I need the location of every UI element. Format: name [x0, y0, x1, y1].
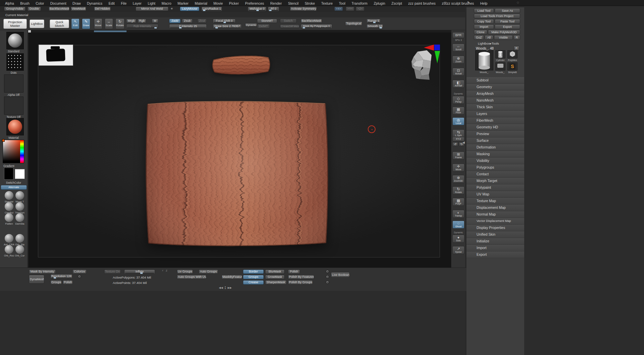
tool-section-displacement-map[interactable]: Displacement Map	[466, 204, 524, 211]
topological-button[interactable]: Topological	[345, 21, 362, 26]
menu-help[interactable]: Help	[478, 1, 490, 6]
strip-zoom-button[interactable]: ⊕ Zoom	[452, 56, 464, 64]
strip-zoom3d-button[interactable]: ⊕ Zoom3D	[452, 175, 464, 183]
tool-section-morph-target[interactable]: Morph Target	[466, 178, 524, 184]
polish-by-features-button[interactable]: Polish By Features	[288, 275, 314, 279]
tool-section-masking[interactable]: Masking	[466, 151, 524, 158]
brush-thumb-move[interactable]	[15, 191, 24, 200]
zadd-button[interactable]: Zadd	[169, 19, 181, 23]
menu-macro[interactable]: Macro	[159, 1, 174, 6]
dynamic-persp-label[interactable]: Dynamic	[452, 93, 464, 95]
tool-section-unified-skin[interactable]: Unified Skin	[466, 231, 524, 238]
view-mask-button[interactable]: ViewMask	[71, 7, 86, 11]
brush-thumb-standard[interactable]	[5, 191, 13, 200]
texture-off-thumb[interactable]	[4, 97, 23, 115]
wood-log-object[interactable]	[211, 53, 272, 77]
menu-file[interactable]: File	[118, 1, 129, 6]
store-mt-button[interactable]: StoreMT	[257, 19, 277, 23]
menu-stroke[interactable]: Stroke	[302, 1, 317, 6]
strip-lsym-button[interactable]: ⇆ L.Sym	[452, 129, 464, 137]
menu-zscript[interactable]: Zscript	[389, 1, 404, 6]
menu-stencil[interactable]: Stencil	[286, 1, 301, 6]
feature-border-button[interactable]: Border	[243, 270, 264, 274]
nav-updown-icons[interactable]: ▲ ▼	[224, 286, 226, 290]
color-picker[interactable]	[3, 140, 24, 163]
symmetry-x-button[interactable]: >X<	[334, 7, 343, 11]
dynamesh-groups-button[interactable]: Groups	[50, 280, 62, 285]
symmetry-y-button[interactable]: >Y<	[346, 7, 354, 11]
rgb-intensity-track[interactable]	[127, 27, 157, 28]
menu-zplugin[interactable]: Zplugin	[371, 1, 387, 6]
rgb-intensity-slider[interactable]: Rgb Intensity	[126, 24, 158, 29]
lazy-radius-slider[interactable]: LazyRadius 1	[201, 7, 222, 11]
resolution-thumb[interactable]	[54, 277, 56, 279]
resolution-radio[interactable]	[78, 275, 81, 278]
dynamic-solo-label[interactable]: Dynamic	[452, 231, 464, 234]
mirror-and-weld-button[interactable]: Mirror And Weld	[136, 7, 168, 11]
projection-master-button[interactable]: Projection Master	[3, 19, 27, 29]
mask-by-polygroups-thumb[interactable]	[303, 27, 305, 28]
menu-picker[interactable]: Picker	[227, 1, 241, 6]
switch-mt-button[interactable]: Switch	[280, 19, 297, 23]
alternate-button[interactable]: Alternate	[1, 185, 27, 190]
bpr-button[interactable]: BPR	[452, 32, 464, 38]
m-button[interactable]: M	[152, 19, 158, 23]
menu-marker[interactable]: Marker	[175, 1, 191, 6]
clone-button[interactable]: Clone	[474, 30, 487, 35]
tool-section-subtool[interactable]: Subtool	[466, 77, 524, 84]
brush-thumb-orb-sla[interactable]	[15, 234, 24, 243]
session-circle-icon[interactable]: ◌	[517, 0, 519, 4]
strip-frame-button[interactable]: ⊞ Frame	[452, 152, 464, 160]
auto-groups-with-uv-button[interactable]: Auto Groups With UV	[177, 275, 206, 279]
feature-groups-button[interactable]: Groups	[243, 275, 264, 279]
goz-all-button[interactable]: All	[485, 35, 493, 40]
spix-slider[interactable]: SPix 3	[452, 39, 464, 41]
mid-value-track[interactable]	[249, 10, 265, 11]
strip-local-button[interactable]: ◎ Local	[452, 117, 464, 125]
lightbox-tools-link[interactable]: Lightbox▸Tools	[478, 42, 499, 45]
strip-persp-button[interactable]: ◇ Persp	[452, 96, 464, 104]
paste-tool-button[interactable]: Paste Tool	[495, 19, 520, 24]
auto-groups-button[interactable]: Auto Groups	[199, 270, 218, 274]
tool-section-preview[interactable]: Preview	[466, 131, 524, 137]
lazy-radius-thumb[interactable]	[203, 10, 205, 11]
x-axis-arrow[interactable]	[424, 45, 434, 51]
rotate-mode-button[interactable]: ↻ Rotate	[115, 18, 125, 29]
tool-section-display-properties[interactable]: Display Properties	[466, 225, 524, 231]
tool-section-texture-map[interactable]: Texture Map	[466, 198, 524, 204]
alpha-off-thumb[interactable]	[4, 74, 23, 93]
tool-thumb-polymesh[interactable]	[507, 50, 517, 58]
smooth-slider[interactable]: Smooth 10	[366, 24, 383, 29]
lazy-mouse-button[interactable]: LazyMouse	[180, 7, 199, 11]
tool-section-thick-skin[interactable]: Thick Skin	[466, 104, 524, 111]
menu-draw[interactable]: Draw	[70, 1, 83, 6]
mask-by-intensity-button[interactable]: Mask By Intensity	[29, 270, 56, 274]
smooth-track[interactable]	[367, 27, 382, 28]
smooth-thumb[interactable]	[380, 27, 382, 28]
stroke-mini-icon-a[interactable]: ⚡	[162, 269, 163, 272]
resolution-slider[interactable]: Resolution 128	[50, 274, 72, 279]
draw-size-track[interactable]	[214, 27, 241, 28]
tool-section-nanomesh[interactable]: NanoMesh	[466, 97, 524, 104]
color-hue-strip[interactable]	[20, 140, 24, 163]
rf-track[interactable]	[269, 10, 278, 11]
menu-dynamics[interactable]: Dynamics	[85, 1, 105, 6]
material-thumb-standard[interactable]	[6, 32, 24, 49]
draw-size-thumb[interactable]	[215, 27, 218, 28]
draw-size-slider[interactable]: Draw Size 2.78357	[213, 24, 242, 29]
tool-section-contact[interactable]: Contact	[466, 171, 524, 178]
polish-button[interactable]: Polish	[288, 270, 300, 274]
tool-section-normal-map[interactable]: Normal Map	[466, 211, 524, 218]
y-axis-arrow[interactable]	[435, 51, 440, 63]
dynamesh-button[interactable]: DynaMesh	[29, 275, 44, 284]
quick-sketch-button[interactable]: Quick Sketch	[50, 19, 69, 28]
tool-section-polygroups[interactable]: Polygroups	[466, 164, 524, 171]
tray-collapse-arrow[interactable]: ◀	[462, 141, 465, 144]
brush-thumb-flatten[interactable]	[5, 213, 13, 222]
copy-tool-button[interactable]: Copy Tool	[474, 19, 494, 24]
secondary-color-swatch[interactable]	[15, 169, 25, 179]
polish-by-groups-button[interactable]: Polish By Groups	[288, 280, 313, 285]
menu-tool[interactable]: Tool	[337, 1, 348, 6]
uv-groups-button[interactable]: Uv Groups	[177, 270, 193, 274]
mrgb-button[interactable]: Mrgb	[126, 19, 136, 23]
